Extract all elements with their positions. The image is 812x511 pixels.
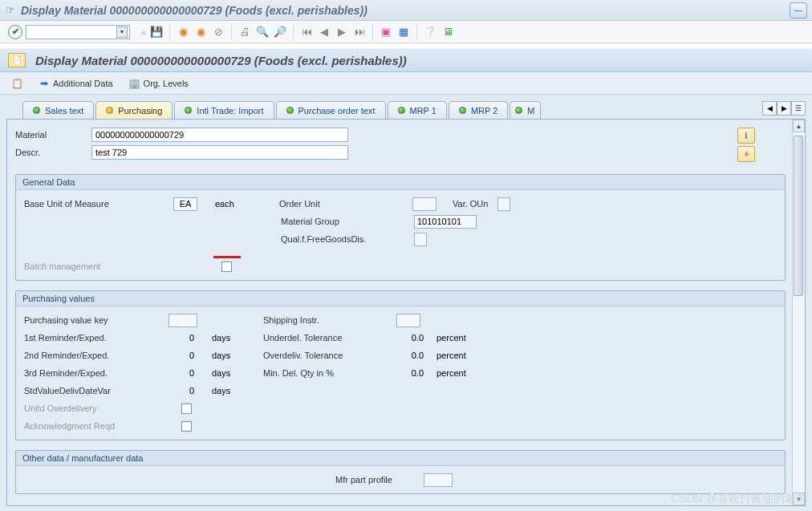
related-button[interactable]: ⚘ — [737, 146, 755, 162]
batch-mgmt-checkbox[interactable] — [221, 262, 232, 272]
pvk-field[interactable] — [168, 314, 197, 327]
window-title: Display Material 000000000000000729 (Foo… — [21, 4, 787, 17]
buom-text: each — [215, 199, 279, 209]
std-value: 0 — [168, 386, 197, 395]
purchasing-values-group: Purchasing values Purchasing value key S… — [15, 290, 786, 440]
chevron-down-icon[interactable]: ▼ — [116, 26, 128, 38]
org-levels-button[interactable]: 🏢Org. Levels — [124, 76, 193, 91]
under-label: Underdel. Tolerance — [263, 333, 396, 343]
settings-monitor-icon[interactable]: 🖥 — [441, 25, 455, 39]
days-label: days — [212, 386, 263, 395]
ship-label: Shipping Instr. — [263, 315, 396, 325]
tab-purchasing[interactable]: Purchasing — [95, 101, 173, 119]
other-data-group: Other data / manufacturer data Mfr part … — [15, 450, 786, 494]
over-value: 0.0 — [396, 351, 428, 360]
page-title: Display Material 000000000000000729 (Foo… — [35, 54, 407, 67]
general-data-group: General Data Base Unit of Measure EA eac… — [15, 174, 786, 281]
form-body: Material 000000000000000729 Descr. test … — [7, 120, 805, 502]
order-unit-label: Order Unit — [279, 199, 412, 209]
app-window: { "title": "Display Material 00000000000… — [0, 0, 812, 511]
tab-mrp2[interactable]: MRP 2 — [449, 101, 508, 119]
r1-label: 1st Reminder/Exped. — [24, 333, 168, 343]
percent-label: percent — [436, 351, 466, 360]
ack-label: Acknowledgment Reqd — [24, 421, 168, 431]
scroll-up-button[interactable]: ▲ — [793, 120, 805, 132]
title-bar: ☞ Display Material 000000000000000729 (F… — [0, 0, 812, 21]
transaction-header: 📄 Display Material 000000000000000729 (F… — [0, 48, 812, 72]
exit-icon[interactable]: ◉ — [193, 25, 208, 39]
min-label: Min. Del. Qty in % — [263, 368, 396, 378]
status-dot-icon — [106, 107, 113, 114]
tab-content: ▲ ▼ Material 000000000000000729 Descr. t… — [6, 119, 806, 506]
vertical-scrollbar[interactable]: ▲ ▼ — [792, 120, 805, 505]
additional-data-button[interactable]: ➡Additional Data — [34, 76, 118, 91]
batch-mgmt-label: Batch management — [24, 262, 221, 271]
print-icon: 🖨 — [238, 25, 252, 39]
matgrp-label: Material Group — [281, 217, 414, 226]
object-icon: 📄 — [8, 53, 26, 67]
tab-area: Sales text Purchasing Intl Trade: Import… — [0, 95, 812, 511]
tab-sales-text[interactable]: Sales text — [22, 101, 94, 119]
matgrp-field[interactable]: 101010101 — [414, 215, 477, 229]
other-data-title: Other data / manufacturer data — [16, 451, 785, 466]
tab-mrp1[interactable]: MRP 1 — [388, 101, 447, 119]
find-next-icon: 🔎 — [273, 25, 287, 39]
tab-nav: ◀ ▶ ☰ — [762, 101, 806, 116]
qual-label: Qual.f.FreeGoodsDis. — [281, 234, 414, 244]
layout-icon[interactable]: ▦ — [396, 25, 411, 39]
mfr-field[interactable] — [424, 473, 453, 487]
scroll-thumb[interactable] — [794, 136, 803, 296]
help-icon[interactable]: ❔ — [423, 25, 437, 39]
order-unit-field[interactable] — [412, 197, 436, 211]
buom-label: Base Unit of Measure — [24, 199, 173, 209]
toggle-button[interactable]: 📋 — [6, 76, 27, 91]
next-page-icon: ▶ — [335, 25, 349, 39]
tab-list-button[interactable]: ☰ — [791, 101, 806, 116]
tab-scroll-right-button[interactable]: ▶ — [777, 101, 791, 116]
material-field[interactable]: 000000000000000729 — [91, 128, 348, 142]
minimize-button[interactable]: — — [790, 2, 807, 18]
mfr-label: Mfr part profile — [335, 475, 424, 485]
first-page-icon: ⏮ — [299, 25, 314, 39]
purchasing-values-title: Purchasing values — [16, 291, 785, 306]
material-label: Material — [15, 130, 91, 140]
status-dot-icon — [185, 107, 192, 114]
tab-more[interactable]: M — [510, 101, 540, 119]
buom-field[interactable]: EA — [173, 197, 197, 211]
status-dot-icon — [33, 107, 40, 114]
back-nav-icon[interactable]: ◉ — [176, 25, 190, 39]
status-dot-icon — [398, 107, 405, 114]
over-label: Overdeliv. Tolerance — [263, 351, 396, 360]
ack-checkbox[interactable] — [181, 421, 192, 432]
new-session-icon[interactable]: ▣ — [379, 25, 393, 39]
percent-label: percent — [436, 333, 466, 343]
percent-label: percent — [436, 368, 466, 378]
command-field[interactable]: ▼ — [26, 25, 130, 39]
prev-page-icon: ◀ — [317, 25, 331, 39]
find-icon: 🔍 — [255, 25, 270, 39]
tab-scroll-left-button[interactable]: ◀ — [762, 101, 777, 116]
status-dot-icon — [459, 107, 466, 114]
tab-intl-trade[interactable]: Intl Trade: Import — [174, 101, 274, 119]
min-value: 0.0 — [396, 368, 428, 378]
var-oun-field[interactable] — [497, 197, 510, 211]
status-dot-icon — [286, 107, 294, 114]
r1-value: 0 — [168, 333, 197, 343]
days-label: days — [212, 368, 263, 378]
r3-label: 3rd Reminder/Exped. — [24, 368, 168, 378]
std-label: StdValueDelivDateVar — [24, 386, 168, 395]
r2-label: 2nd Reminder/Exped. — [24, 351, 168, 360]
unltd-checkbox[interactable] — [181, 404, 192, 414]
app-toolbar: 📋 ➡Additional Data 🏢Org. Levels — [0, 72, 812, 95]
pvk-label: Purchasing value key — [24, 315, 168, 325]
ok-icon[interactable]: ✔ — [8, 25, 22, 39]
tab-po-text[interactable]: Purchase order text — [276, 101, 386, 119]
descr-field[interactable]: test 729 — [91, 145, 348, 160]
back-icon[interactable]: ☞ — [5, 5, 16, 16]
info-button[interactable]: i — [737, 128, 755, 144]
ship-field[interactable] — [396, 314, 420, 327]
last-page-icon: ⏭ — [352, 25, 367, 39]
watermark: CSDN @喜欢打酱油的老鸟 — [671, 492, 807, 506]
qual-field[interactable] — [414, 233, 427, 246]
r3-value: 0 — [168, 368, 197, 378]
